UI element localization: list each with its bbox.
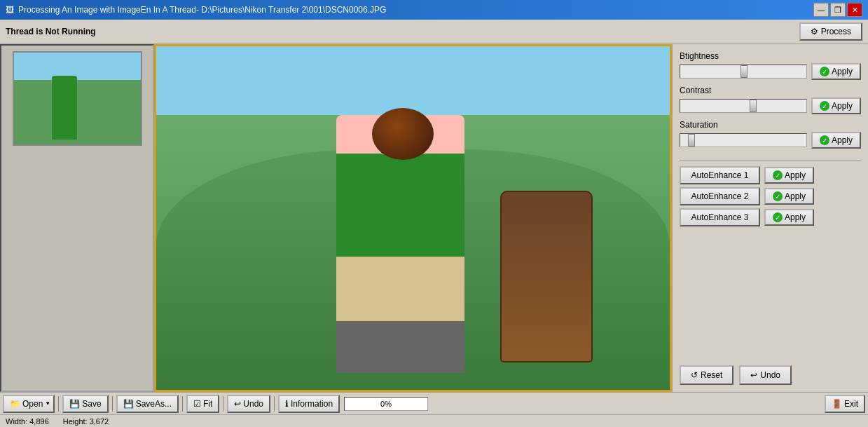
status-bar: Width: 4,896 Height: 3,672 [0, 414, 868, 427]
sep-3 [182, 396, 183, 412]
info-icon: ℹ [285, 399, 289, 409]
bottom-toolbar: 📁 Open ▼ 💾 Save 💾 SaveAs... ☑ Fit ↩ Undo… [0, 392, 868, 414]
minimize-button[interactable]: — [813, 3, 829, 17]
autoenh1-row: AutoEnhance 1 ✓ Apply [680, 166, 861, 184]
autoenh1-button[interactable]: AutoEnhance 1 [680, 166, 760, 184]
app-icon: 🖼 [6, 5, 14, 15]
content-area: Btightness ✓ Apply Contrast [0, 44, 868, 392]
undo-button[interactable]: ↩ Undo [227, 395, 270, 413]
main-image-area[interactable] [154, 44, 672, 392]
saturation-group: Saturation ✓ Apply [680, 120, 861, 149]
open-dropdown-arrow[interactable]: ▼ [45, 400, 50, 407]
close-button[interactable]: ✕ [847, 3, 862, 17]
contrast-group: Contrast ✓ Apply [680, 86, 861, 114]
divider-1 [680, 160, 861, 161]
contrast-slider[interactable] [680, 99, 807, 113]
saveas-button[interactable]: 💾 SaveAs... [116, 395, 179, 413]
saturation-thumb[interactable] [688, 134, 695, 147]
progress-value: 0% [380, 400, 392, 408]
contrast-thumb[interactable] [750, 100, 757, 112]
check-icon-2: ✓ [820, 101, 829, 111]
image-width: Width: 4,896 [6, 417, 49, 426]
exit-icon: 🚪 [832, 399, 842, 409]
title-bar-buttons[interactable]: — ❐ ✕ [813, 3, 862, 17]
save-button[interactable]: 💾 Save [62, 395, 108, 413]
main-window: Thread is Not Running ⚙ Process [0, 20, 868, 427]
saturation-slider[interactable] [680, 133, 807, 147]
top-bar: Thread is Not Running ⚙ Process [0, 20, 868, 44]
restore-button[interactable]: ❐ [830, 3, 846, 17]
brightness-slider[interactable] [680, 65, 807, 79]
check-icon: ✓ [820, 67, 829, 76]
left-panel [0, 44, 154, 392]
brightness-group: Btightness ✓ Apply [680, 51, 861, 80]
process-icon: ⚙ [811, 27, 818, 36]
contrast-apply-button[interactable]: ✓ Apply [811, 97, 861, 114]
fit-button[interactable]: ☑ Fit [186, 395, 219, 413]
saturation-label: Saturation [680, 120, 861, 130]
right-panel: Btightness ✓ Apply Contrast [672, 44, 868, 392]
sep-4 [223, 396, 223, 412]
autoenh3-apply-button[interactable]: ✓ Apply [764, 209, 814, 226]
reset-button[interactable]: ↺ Reset [680, 365, 733, 385]
open-button[interactable]: 📁 Open ▼ [3, 395, 55, 413]
brightness-thumb[interactable] [740, 65, 748, 78]
progress-bar: 0% [344, 397, 428, 411]
sep-2 [112, 396, 113, 412]
save-icon: 💾 [69, 399, 80, 409]
thread-status: Thread is Not Running [6, 27, 96, 36]
fit-checkbox: ☑ [193, 399, 201, 409]
check-icon-3: ✓ [820, 135, 829, 145]
autoenh2-apply-button[interactable]: ✓ Apply [764, 188, 814, 205]
image-height: Height: 3,672 [63, 417, 109, 426]
folder-icon: 📁 [10, 399, 20, 409]
autoenh3-row: AutoEnhance 3 ✓ Apply [680, 208, 861, 226]
brightness-row: ✓ Apply [680, 63, 861, 80]
brightness-apply-button[interactable]: ✓ Apply [811, 63, 861, 80]
saturation-row: ✓ Apply [680, 132, 861, 149]
undo-toolbar-icon: ↩ [234, 399, 241, 409]
saturation-apply-button[interactable]: ✓ Apply [811, 132, 861, 149]
thumbnail-image [14, 53, 141, 144]
saveas-icon: 💾 [123, 399, 134, 409]
main-image [156, 46, 670, 390]
brightness-label: Btightness [680, 51, 861, 61]
autoenh2-row: AutoEnhance 2 ✓ Apply [680, 187, 861, 205]
reset-icon: ↺ [691, 370, 698, 380]
information-button[interactable]: ℹ Information [278, 395, 340, 413]
thumbnail-container [13, 51, 142, 146]
bottom-buttons: ↺ Reset ↩ Undo [680, 358, 861, 385]
autoenh1-apply-button[interactable]: ✓ Apply [764, 167, 814, 184]
check-icon-4: ✓ [773, 170, 783, 180]
title-bar: 🖼 Processing An Image with ImageEn In A … [0, 0, 868, 20]
check-icon-6: ✓ [773, 212, 783, 222]
undo-icon: ↩ [750, 370, 757, 380]
contrast-label: Contrast [680, 86, 861, 95]
exit-button[interactable]: 🚪 Exit [825, 395, 865, 413]
autoenh3-button[interactable]: AutoEnhance 3 [680, 208, 760, 226]
sep-1 [58, 396, 59, 412]
check-icon-5: ✓ [773, 191, 783, 201]
sep-5 [274, 396, 275, 412]
contrast-row: ✓ Apply [680, 97, 861, 114]
process-button[interactable]: ⚙ Process [799, 22, 862, 41]
title-bar-left: 🖼 Processing An Image with ImageEn In A … [6, 5, 386, 15]
right-undo-button[interactable]: ↩ Undo [739, 365, 792, 385]
window-title: Processing An Image with ImageEn In A Th… [18, 5, 386, 15]
autoenh2-button[interactable]: AutoEnhance 2 [680, 187, 760, 205]
